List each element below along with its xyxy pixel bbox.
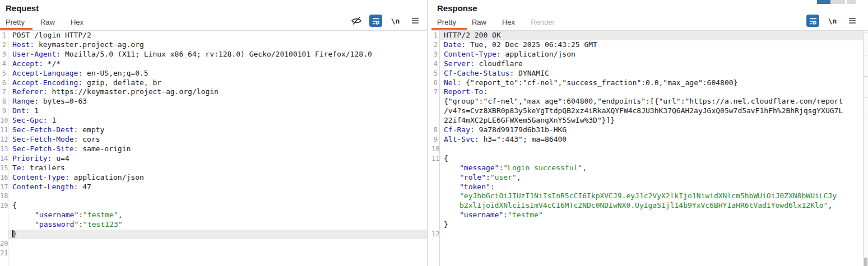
response-title: Response [437, 3, 477, 13]
code-line[interactable]: } [431, 220, 863, 230]
line-content: 22if4mXC2pLE6GFWXem5GangXnY5SwIw%3D"}]} [440, 116, 863, 125]
line-number: 11 [0, 125, 8, 135]
line-number [431, 116, 439, 125]
code-line[interactable]: "username":"testme", [0, 211, 427, 220]
response-editor[interactable]: 1HTTP/2 200 OK2Date: Tue, 02 Dec 2025 06… [431, 31, 863, 266]
hide-eye-icon[interactable] [350, 15, 363, 27]
line-number [431, 173, 439, 183]
code-line[interactable]: 11{ [431, 154, 863, 164]
code-line[interactable]: 8Range: bytes=0-63 [0, 97, 427, 106]
response-tab-raw[interactable]: Raw [472, 18, 486, 26]
request-header: Request Pretty Raw Hex [0, 0, 427, 31]
request-tab-hex[interactable]: Hex [71, 18, 83, 26]
line-number: 10 [431, 144, 439, 154]
code-line[interactable]: 16Content-Type: application/json [0, 173, 427, 183]
code-line[interactable]: 19{ [0, 201, 427, 211]
request-tab-raw[interactable]: Raw [40, 18, 55, 26]
code-line[interactable]: 18 [0, 192, 427, 201]
code-line[interactable]: 13Sec-Fetch-Site: same-origin [0, 144, 427, 154]
newline-toggle-icon[interactable]: \n [826, 15, 839, 27]
menu-icon[interactable] [846, 15, 858, 27]
code-line[interactable]: 4Server: cloudflare [431, 59, 863, 69]
line-number: 4 [0, 59, 8, 69]
code-line[interactable]: 10 [431, 144, 863, 154]
line-number: 2 [431, 40, 439, 50]
code-line[interactable]: 20 [0, 239, 427, 249]
code-line[interactable]: 1POST /login HTTP/2 [0, 31, 427, 40]
line-number: 5 [431, 69, 439, 78]
line-number [0, 211, 8, 220]
line-content: Content-Length: 47 [8, 183, 427, 192]
code-line[interactable]: "message":"Login successful", [431, 164, 863, 173]
code-line[interactable]: /v4?s=Cvz8XBR0p83y5keYgTtdpQB2xz4iRkaXQY… [431, 106, 863, 116]
code-line[interactable]: 12Sec-Fetch-Mode: cors [0, 135, 427, 144]
code-line[interactable]: b2xlIjoidXNlciIsImV4cCI6MTc2NDc0NDIwNX0.… [431, 201, 863, 211]
code-line[interactable]: 3User-Agent: Mozilla/5.0 (X11; Linux x86… [0, 50, 427, 59]
word-wrap-icon[interactable] [806, 15, 819, 27]
line-content: "token": [440, 183, 863, 192]
code-line[interactable]: "eyJhbGciOiJIUzI1NiIsInR5cCI6IkpXVCJ9.ey… [431, 192, 863, 201]
response-tab-hex[interactable]: Hex [502, 18, 515, 26]
code-line[interactable]: 21 [0, 249, 427, 258]
code-line[interactable]: {"group":"cf-nel","max_age":604800,"endp… [431, 97, 863, 106]
code-line[interactable]: 10Sec-Gpc: 1 [0, 116, 427, 125]
code-line[interactable]: 22if4mXC2pLE6GFWXem5GangXnY5SwIw%3D"}]} [431, 116, 863, 125]
code-line[interactable]: 2Date: Tue, 02 Dec 2025 06:43:25 GMT [431, 40, 863, 50]
scrollbar-thumb[interactable] [864, 258, 867, 266]
line-content [440, 144, 863, 154]
window-artifact [817, 0, 830, 4]
code-line[interactable]: 1HTTP/2 200 OK [431, 31, 863, 40]
code-line[interactable]: } [0, 230, 427, 239]
code-line[interactable]: "username":"testme" [431, 211, 863, 220]
line-content: Alt-Svc: h3=":443"; ma=86400 [440, 135, 863, 144]
request-tab-pretty[interactable]: Pretty [6, 18, 25, 26]
word-wrap-icon[interactable] [369, 15, 382, 27]
code-line[interactable]: 15Te: trailers [0, 164, 427, 173]
code-line[interactable]: 9Dnt: 1 [0, 106, 427, 116]
code-line[interactable]: 14Priority: u=4 [0, 154, 427, 164]
code-line[interactable]: 5Cf-Cache-Status: DYNAMIC [431, 69, 863, 78]
line-content [8, 249, 427, 258]
code-line[interactable]: "role":"user", [431, 173, 863, 183]
code-line[interactable]: "token": [431, 183, 863, 192]
code-line[interactable]: 3Content-Type: application/json [431, 50, 863, 59]
request-title: Request [6, 3, 39, 13]
code-line[interactable]: 6Accept-Encoding: gzip, deflate, br [0, 78, 427, 88]
code-line[interactable]: 12 [431, 230, 863, 239]
line-number: 6 [431, 78, 439, 88]
line-number: 2 [0, 40, 8, 50]
code-line[interactable]: 4Accept: */* [0, 59, 427, 69]
code-line[interactable]: 5Accept-Language: en-US,en;q=0.5 [0, 69, 427, 78]
response-tab-pretty[interactable]: Pretty [437, 18, 456, 26]
line-number [0, 220, 8, 230]
line-number [431, 106, 439, 116]
line-content: {"group":"cf-nel","max_age":604800,"endp… [440, 97, 863, 106]
line-content: HTTP/2 200 OK [440, 31, 863, 40]
code-line[interactable]: 2Host: keymaster.project-ag.org [0, 40, 427, 50]
line-content: Host: keymaster.project-ag.org [8, 40, 427, 50]
line-content: Te: trailers [8, 164, 427, 173]
line-number: 12 [431, 230, 439, 239]
line-number: 6 [0, 78, 8, 88]
code-line[interactable]: 11Sec-Fetch-Dest: empty [0, 125, 427, 135]
code-line[interactable]: 7Referer: https://keymaster.project-ag.o… [0, 87, 427, 97]
code-line[interactable]: 17Content-Length: 47 [0, 183, 427, 192]
request-editor[interactable]: 1POST /login HTTP/22Host: keymaster.proj… [0, 31, 427, 266]
newline-toggle-icon[interactable]: \n [389, 15, 402, 27]
line-number: 5 [0, 69, 8, 78]
line-number: 1 [0, 31, 8, 40]
code-line[interactable]: 7Report-To: [431, 87, 863, 97]
menu-icon[interactable] [409, 15, 421, 27]
line-content [8, 192, 427, 201]
line-content: "username":"testme", [8, 211, 427, 220]
request-toolbar: \n [350, 15, 421, 27]
line-content: Dnt: 1 [8, 106, 427, 116]
line-number [431, 97, 439, 106]
code-line[interactable]: "password":"test123" [0, 220, 427, 230]
code-line[interactable]: 9Alt-Svc: h3=":443"; ma=86400 [431, 135, 863, 144]
line-content: Sec-Fetch-Site: same-origin [8, 144, 427, 154]
response-scrollbar-rail[interactable] [863, 31, 868, 266]
code-line[interactable]: 6Nel: {"report_to":"cf-nel","success_fra… [431, 78, 863, 88]
line-number: 7 [431, 87, 439, 97]
code-line[interactable]: 8Cf-Ray: 9a78d99179d6b31b-HKG [431, 125, 863, 135]
